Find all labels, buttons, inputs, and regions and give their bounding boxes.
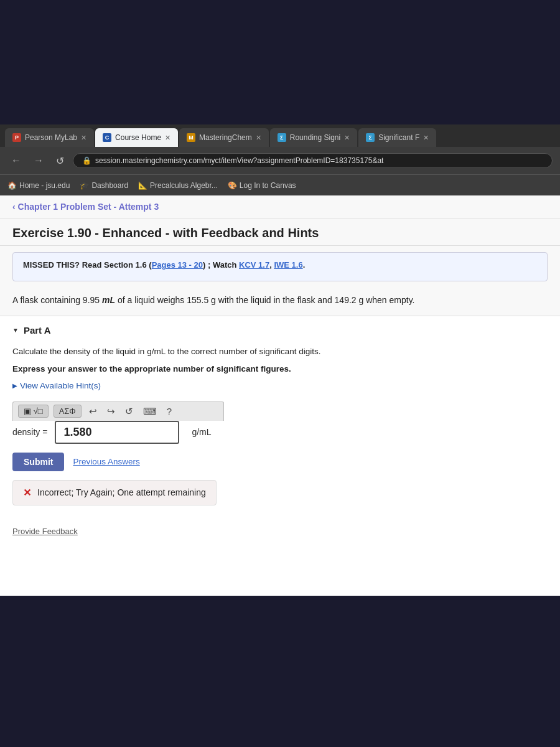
page-title: Exercise 1.90 - Enhanced - with Feedback… xyxy=(0,218,560,245)
provide-feedback-link[interactable]: Provide Feedback xyxy=(12,527,548,546)
home-jsu-icon: 🏠 xyxy=(7,181,17,190)
incorrect-banner: ✕ Incorrect; Try Again; One attempt rema… xyxy=(12,480,217,505)
previous-answers-link[interactable]: Previous Answers xyxy=(73,457,139,466)
feedback-section: Provide Feedback xyxy=(0,524,560,558)
bookmark-home-jsu[interactable]: 🏠 Home - jsu.edu xyxy=(7,181,70,190)
incorrect-text: Incorrect; Try Again; One attempt remain… xyxy=(37,487,206,497)
precalculus-icon: 📐 xyxy=(138,181,147,190)
collapse-triangle-icon[interactable]: ▼ xyxy=(12,327,19,334)
kcv-link[interactable]: KCV 1.7 xyxy=(239,260,269,270)
bookmark-precalculus-label: Precalculus Algebr... xyxy=(150,181,218,190)
address-text: session.masteringchemistry.com/myct/item… xyxy=(95,156,383,165)
missed-text: Read Section 1.6 (Pages 13 - 20) ; Watch… xyxy=(82,260,306,270)
x-icon: ✕ xyxy=(23,487,31,499)
significant-favicon: Σ xyxy=(366,133,375,142)
keyboard-button[interactable]: ⌨ xyxy=(141,405,159,418)
course-favicon: C xyxy=(103,133,111,142)
tab-course-home[interactable]: C Course Home ✕ xyxy=(95,128,178,147)
divider-1 xyxy=(0,245,560,246)
redo-button[interactable]: ↪ xyxy=(105,405,118,418)
breadcrumb[interactable]: ‹ Chapter 1 Problem Set - Attempt 3 xyxy=(0,195,560,218)
instruction-2: Express your answer to the appropriate n… xyxy=(12,363,548,375)
view-hints-text: View Available Hint(s) xyxy=(20,381,101,390)
tab-pearson-label: Pearson MyLab xyxy=(25,133,77,142)
greek-button[interactable]: ΑΣΦ xyxy=(54,405,82,418)
mastering-favicon: M xyxy=(187,133,195,142)
refresh-button[interactable]: ↺ xyxy=(52,153,68,169)
view-hints-link[interactable]: View Available Hint(s) xyxy=(12,381,548,390)
back-button[interactable]: ← xyxy=(7,153,25,169)
missed-hint-box: MISSED THIS? Read Section 1.6 (Pages 13 … xyxy=(12,252,548,281)
problem-statement: A flask containing 9.95 mL of a liquid w… xyxy=(0,288,560,316)
bookmark-canvas-label: Log In to Canvas xyxy=(240,181,296,190)
bookmark-precalculus[interactable]: 📐 Precalculus Algebr... xyxy=(138,181,218,190)
math-toolbar: ▣ √□ ΑΣΦ ↩ ↪ ↺ ⌨ ? xyxy=(12,402,224,421)
part-a-section: ▼ Part A Calculate the density of the li… xyxy=(0,316,560,524)
iwe-link[interactable]: IWE 1.6 xyxy=(274,260,302,270)
help-icon: ? xyxy=(167,406,172,416)
tab-course-label: Course Home xyxy=(115,133,161,142)
sqrt-icon: ▣ xyxy=(24,406,31,416)
bookmark-canvas[interactable]: 🎨 Log In to Canvas xyxy=(228,181,296,190)
title-text: Exercise 1.90 - Enhanced - with Feedback… xyxy=(12,226,319,240)
redo-icon: ↪ xyxy=(107,406,115,416)
lock-icon: 🔒 xyxy=(82,156,91,165)
tab-significant-close[interactable]: ✕ xyxy=(423,134,429,142)
answer-value: 1.580 xyxy=(63,426,91,438)
reset-icon: ↺ xyxy=(125,406,133,416)
problem-text-content: A flask containing 9.95 mL of a liquid w… xyxy=(12,295,415,305)
reset-button[interactable]: ↺ xyxy=(123,405,136,418)
part-header: ▼ Part A xyxy=(12,325,548,336)
bookmarks-bar: 🏠 Home - jsu.edu 🎓 Dashboard 📐 Precalcul… xyxy=(0,174,560,195)
provide-feedback-text: Provide Feedback xyxy=(12,527,78,536)
submit-row: Submit Previous Answers xyxy=(12,453,548,471)
help-button[interactable]: ? xyxy=(164,405,174,418)
page-bottom xyxy=(0,558,560,596)
tab-course-close[interactable]: ✕ xyxy=(165,134,170,142)
density-label: density = xyxy=(12,427,47,437)
tab-rounding-close[interactable]: ✕ xyxy=(344,134,350,142)
canvas-icon: 🎨 xyxy=(228,181,237,190)
tab-bar: P Pearson MyLab ✕ C Course Home ✕ M Mast… xyxy=(0,125,560,147)
submit-button[interactable]: Submit xyxy=(12,453,64,471)
sqrt-button[interactable]: ▣ √□ xyxy=(18,405,49,418)
bookmark-dashboard[interactable]: 🎓 Dashboard xyxy=(80,181,128,190)
tab-pearson-close[interactable]: ✕ xyxy=(81,134,86,142)
browser-chrome: P Pearson MyLab ✕ C Course Home ✕ M Mast… xyxy=(0,125,560,195)
part-label: Part A xyxy=(24,325,51,336)
instruction-2-text: Express your answer to the appropriate n… xyxy=(12,364,291,374)
address-field[interactable]: 🔒 session.masteringchemistry.com/myct/it… xyxy=(73,153,553,168)
tab-mastering-label: MasteringChem xyxy=(199,133,252,142)
answer-row: density = 1.580 g/mL xyxy=(12,421,548,444)
tab-rounding-label: Rounding Signi xyxy=(290,133,340,142)
tab-significant[interactable]: Σ Significant F ✕ xyxy=(358,128,436,147)
submit-label: Submit xyxy=(24,457,53,467)
undo-button[interactable]: ↩ xyxy=(86,405,100,418)
pearson-favicon: P xyxy=(12,133,21,142)
forward-button[interactable]: → xyxy=(30,153,47,169)
unit-label: g/mL xyxy=(192,427,211,437)
undo-icon: ↩ xyxy=(89,406,97,416)
missed-bold: MISSED THIS? xyxy=(23,260,80,270)
page-content: ‹ Chapter 1 Problem Set - Attempt 3 Exer… xyxy=(0,195,560,596)
greek-label-text: ΑΣΦ xyxy=(59,406,76,416)
pages-link[interactable]: Pages 13 - 20 xyxy=(152,260,203,270)
tab-significant-label: Significant F xyxy=(378,133,419,142)
prev-answers-text: Previous Answers xyxy=(73,457,139,466)
rounding-favicon: Σ xyxy=(278,133,286,142)
dashboard-icon: 🎓 xyxy=(80,181,89,190)
tab-mastering-close[interactable]: ✕ xyxy=(256,134,261,142)
tab-pearson[interactable]: P Pearson MyLab ✕ xyxy=(5,128,94,147)
keyboard-icon: ⌨ xyxy=(143,406,157,416)
instruction-1-text: Calculate the density of the liquid in g… xyxy=(12,347,321,356)
missed-label: MISSED THIS? Read Section 1.6 (Pages 13 … xyxy=(23,260,537,270)
bookmark-dashboard-label: Dashboard xyxy=(91,181,128,190)
breadcrumb-text: ‹ Chapter 1 Problem Set - Attempt 3 xyxy=(12,202,159,212)
bookmark-home-label: Home - jsu.edu xyxy=(19,181,70,190)
answer-input[interactable]: 1.580 xyxy=(55,421,179,444)
tab-rounding[interactable]: Σ Rounding Signi ✕ xyxy=(270,128,357,147)
address-bar-row: ← → ↺ 🔒 session.masteringchemistry.com/m… xyxy=(0,147,560,174)
tab-mastering[interactable]: M MasteringChem ✕ xyxy=(179,128,269,147)
instruction-1: Calculate the density of the liquid in g… xyxy=(12,345,548,358)
dark-background xyxy=(0,0,560,125)
